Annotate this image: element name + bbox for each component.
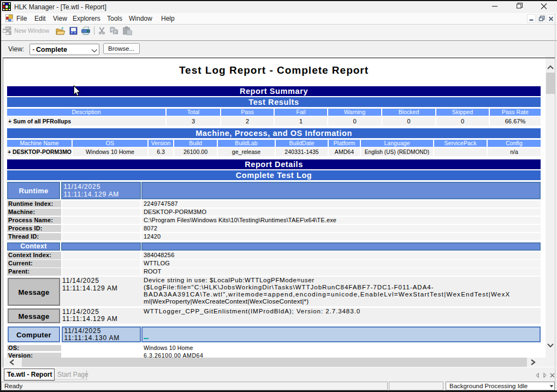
svg-text:F: F <box>114 29 117 34</box>
